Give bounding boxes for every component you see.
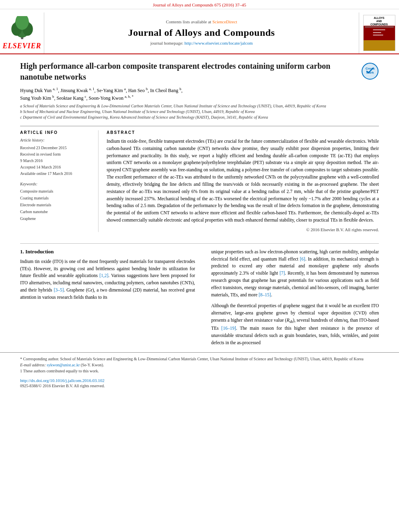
- keyword-3: Electrode materials: [20, 201, 91, 208]
- history-accepted: Accepted 14 March 2016: [20, 164, 91, 170]
- journal-title: Journal of Alloys and Compounds: [128, 27, 275, 38]
- elsevier-tree-icon: [8, 16, 36, 40]
- article-info-label: ARTICLE INFO: [20, 130, 91, 135]
- ref-3-5[interactable]: [3–5]: [54, 288, 64, 292]
- intro-heading: 1. Introduction: [20, 249, 195, 255]
- footnote-section: * Corresponding author. School of Materi…: [0, 352, 399, 388]
- affiliation-a: a School of Materials Science and Engine…: [20, 103, 379, 109]
- article-main: High performance all-carbon composite tr…: [0, 54, 399, 238]
- journal-ref-text: Journal of Alloys and Compounds 675 (201…: [153, 2, 246, 7]
- contents-available-text: Contents lists available at ScienceDirec…: [166, 19, 237, 24]
- ref-7[interactable]: [7]: [280, 271, 285, 275]
- intro-right-text-2: Although the theoretical properties of g…: [211, 302, 379, 346]
- journal-header: ELSEVIER Contents lists available at Sci…: [0, 9, 399, 54]
- elsevier-logo-section: ELSEVIER: [0, 12, 44, 53]
- authors-line: Hyung Duk Yun a, 1, Jinsung Kwak a, 1, S…: [20, 86, 379, 102]
- affiliation-b: b School of Mechanical and Nuclear Engin…: [20, 109, 379, 115]
- doi-line: http://dx.doi.org/10.1016/j.jallcom.2016…: [20, 378, 379, 383]
- article-title-section: High performance all-carbon composite tr…: [20, 61, 379, 82]
- history-available-online: Available online 17 March 2016: [20, 170, 91, 177]
- keyword-4: Carbon nanotube: [20, 208, 91, 215]
- keyword-1: Composite materials: [20, 188, 91, 195]
- svg-text:Cross: Cross: [366, 67, 375, 70]
- issn-line: 0925-8388/© 2016 Elsevier B.V. All right…: [20, 384, 379, 388]
- email-link[interactable]: sykwon@unist.ac.kr: [47, 363, 80, 367]
- history-received-revised: Received in revised form9 March 2016: [20, 151, 91, 164]
- corresponding-author-note: * Corresponding author. School of Materi…: [20, 356, 379, 362]
- history-received: Received 23 December 2015: [20, 145, 91, 151]
- section-divider: [20, 243, 379, 244]
- ref-1-2[interactable]: [1,2]: [99, 273, 108, 278]
- doi-link[interactable]: http://dx.doi.org/10.1016/j.jallcom.2016…: [20, 378, 105, 383]
- keyword-5: Graphene: [20, 215, 91, 222]
- elsevier-wordmark: ELSEVIER: [2, 42, 41, 50]
- intro-left-text: Indium tin oxide (ITO) is one of the mos…: [20, 258, 195, 301]
- keyword-2: Coating materials: [20, 195, 91, 201]
- ref-16-19[interactable]: [16–19]: [221, 326, 236, 331]
- intro-right-text-1: unique properties such as low electron-p…: [211, 249, 379, 299]
- abstract-col: ABSTRACT Indium tin oxide-free, flexible…: [99, 130, 379, 232]
- abstract-text: Indium tin oxide-free, flexible transpar…: [107, 138, 379, 224]
- sciencedirect-link[interactable]: ScienceDirect: [212, 19, 237, 24]
- keywords-label: Keywords:: [20, 182, 91, 186]
- email-note: E-mail address: sykwon@unist.ac.kr (Se-Y…: [20, 362, 379, 368]
- affiliations: a School of Materials Science and Engine…: [20, 103, 379, 120]
- equal-contrib-note: 1 These authors contributed equally to t…: [20, 368, 379, 374]
- journal-reference-bar: Journal of Alloys and Compounds 675 (201…: [0, 0, 399, 9]
- crossmark-badge[interactable]: Cross Mark: [361, 62, 379, 80]
- homepage-url[interactable]: http://www.elsevier.com/locate/jalcom: [185, 41, 253, 45]
- introduction-section: 1. Introduction Indium tin oxide (ITO) i…: [0, 249, 399, 347]
- copyright-line: © 2016 Elsevier B.V. All rights reserved…: [107, 227, 379, 232]
- ref-6[interactable]: [6]: [300, 257, 305, 261]
- article-title: High performance all-carbon composite tr…: [20, 61, 355, 82]
- article-history-label: Article history:: [20, 138, 91, 142]
- article-info-col: ARTICLE INFO Article history: Received 2…: [20, 130, 99, 232]
- journal-homepage-line: journal homepage: http://www.elsevier.co…: [150, 41, 253, 45]
- journal-logo-box: ALLOYSANDCOMPOUNDS ▬▬▬▬▬▬▬▬▬▬▬▬▬▬▬: [363, 15, 395, 51]
- affiliation-c: c Department of Civil and Environmental …: [20, 115, 379, 120]
- journal-logo-right: ALLOYSANDCOMPOUNDS ▬▬▬▬▬▬▬▬▬▬▬▬▬▬▬: [359, 12, 399, 53]
- intro-left-col: 1. Introduction Indium tin oxide (ITO) i…: [20, 249, 203, 347]
- article-info-abstract-section: ARTICLE INFO Article history: Received 2…: [20, 126, 379, 232]
- abstract-label: ABSTRACT: [107, 130, 379, 135]
- intro-right-col: unique properties such as low electron-p…: [203, 249, 379, 347]
- journal-header-center: Contents lists available at ScienceDirec…: [44, 12, 359, 53]
- ref-8-15[interactable]: [8–15]: [259, 292, 271, 297]
